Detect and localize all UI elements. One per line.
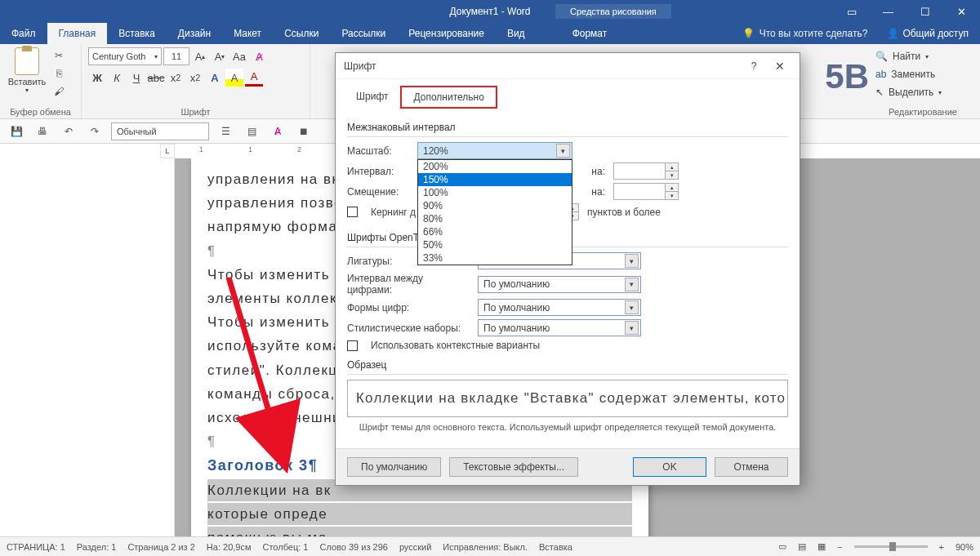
zoom-out-button[interactable]: − [837, 542, 842, 552]
dialog-tab-font[interactable]: Шрифт [344, 86, 400, 109]
scale-combo[interactable]: 120% ▾ 200% 150% 100% 90% 80% 66% 50% 33… [417, 142, 572, 159]
scale-option[interactable]: 100% [418, 186, 572, 199]
view-print-icon[interactable]: ▤ [798, 541, 806, 552]
status-insert[interactable]: Вставка [539, 542, 572, 552]
zoom-in-button[interactable]: + [939, 542, 944, 552]
tab-insert[interactable]: Вставка [107, 23, 167, 44]
contextual-tool-label: Средства рисования [555, 4, 671, 19]
tab-layout[interactable]: Макет [222, 23, 273, 44]
scale-option[interactable]: 90% [418, 199, 572, 212]
highlight-button[interactable]: A [225, 69, 243, 87]
change-case-button[interactable]: Aa [230, 47, 248, 65]
underline-button[interactable]: Ч [127, 69, 145, 87]
qat-btn-4[interactable]: ⏹ [294, 122, 314, 141]
strike-button[interactable]: abc [147, 69, 165, 87]
paste-button[interactable]: Вставить ▾ [7, 47, 47, 94]
title-bar: Документ1 - Word Средства рисования ▭ — … [0, 0, 980, 23]
dialog-tab-advanced[interactable]: Дополнительно [400, 86, 497, 109]
clear-format-button[interactable]: A̷ [250, 47, 268, 65]
dialog-help-button[interactable]: ? [744, 60, 764, 72]
scale-option[interactable]: 50% [418, 238, 572, 251]
undo-button[interactable]: ↶ [59, 122, 78, 141]
spacing-by-spinner[interactable]: ▴▾ [613, 162, 679, 180]
ruler-corner: L [160, 144, 175, 158]
window-settings-icon[interactable]: ▭ [833, 0, 870, 23]
scale-option[interactable]: 66% [418, 225, 572, 238]
style-selector[interactable]: Обычный [111, 122, 209, 140]
grow-font-button[interactable]: A▴ [191, 47, 209, 65]
tab-references[interactable]: Ссылки [273, 23, 330, 44]
tab-review[interactable]: Рецензирование [397, 23, 496, 44]
status-at[interactable]: На: 20,9см [207, 542, 252, 552]
view-web-icon[interactable]: ▦ [817, 541, 826, 552]
contextual-label: Использовать контекстные варианты [371, 340, 540, 351]
zoom-slider[interactable] [854, 545, 928, 548]
status-section[interactable]: Раздел: 1 [77, 542, 117, 552]
font-color-button[interactable]: A [245, 69, 263, 87]
share-button[interactable]: 👤 Общий доступ [875, 23, 980, 44]
number-spacing-label: Интервал между цифрами: [347, 273, 470, 296]
tab-home[interactable]: Главная [47, 23, 108, 44]
preview-section-label: Образец [347, 359, 788, 371]
tab-format[interactable]: Формат [561, 23, 619, 44]
status-bar: СТРАНИЦА: 1 Раздел: 1 Страница 2 из 2 На… [0, 536, 980, 556]
status-words[interactable]: Слово 39 из 296 [319, 542, 387, 552]
cancel-button[interactable]: Отмена [715, 457, 788, 477]
vertical-ruler[interactable] [160, 158, 175, 536]
qat-btn-1[interactable]: ☰ [216, 122, 235, 141]
save-button[interactable]: 💾 [7, 122, 26, 141]
number-forms-label: Формы цифр: [347, 302, 470, 314]
kerning-checkbox[interactable] [347, 207, 358, 217]
tell-me-search[interactable]: 💡 Что вы хотите сделать? [734, 23, 876, 44]
qat-btn-2[interactable]: ▤ [242, 122, 261, 141]
tab-view[interactable]: Вид [496, 23, 537, 44]
dialog-title: Шрифт [344, 60, 376, 72]
font-family-combo[interactable]: Century Goth▾ [88, 47, 162, 65]
scale-option[interactable]: 80% [418, 212, 572, 225]
format-painter-button[interactable]: 🖌 [51, 83, 67, 100]
scale-option[interactable]: 33% [418, 251, 572, 265]
cut-button[interactable]: ✂ [51, 47, 67, 64]
subscript-button[interactable]: x2 [167, 69, 185, 87]
tell-me-label: Что вы хотите сделать? [760, 28, 868, 39]
view-read-icon[interactable]: ▭ [778, 541, 786, 552]
position-by-spinner[interactable]: ▴▾ [613, 183, 679, 200]
text-effects-button[interactable]: A [206, 69, 224, 87]
document-title: Документ1 - Word [449, 6, 530, 17]
text-effects-button[interactable]: Текстовые эффекты... [449, 457, 578, 477]
status-language[interactable]: русский [399, 542, 431, 552]
bold-button[interactable]: Ж [88, 69, 106, 87]
tab-mailings[interactable]: Рассылки [330, 23, 397, 44]
scale-option[interactable]: 200% [418, 160, 572, 173]
shrink-font-button[interactable]: A▾ [211, 47, 229, 65]
set-default-button[interactable]: По умолчанию [347, 457, 441, 477]
scale-option[interactable]: 150% [418, 173, 572, 186]
status-column[interactable]: Столбец: 1 [263, 542, 309, 552]
zoom-level[interactable]: 90% [956, 542, 973, 552]
copy-button[interactable]: ⎘ [51, 65, 67, 82]
status-page-of[interactable]: Страница 2 из 2 [127, 542, 194, 552]
minimize-button[interactable]: — [870, 0, 906, 23]
number-forms-combo[interactable]: По умолчанию▾ [478, 299, 641, 316]
close-window-button[interactable]: ✕ [943, 0, 980, 23]
status-page[interactable]: СТРАНИЦА: 1 [7, 542, 65, 552]
font-size-combo[interactable]: 11 [163, 47, 189, 65]
superscript-button[interactable]: x2 [186, 69, 204, 87]
ribbon-tabs: Файл Главная Вставка Дизайн Макет Ссылки… [0, 23, 980, 44]
redo-button[interactable]: ↷ [85, 122, 105, 141]
stylistic-label: Стилистические наборы: [347, 322, 470, 334]
doc-line: помощью вы мо [207, 527, 632, 536]
maximize-button[interactable]: ☐ [906, 0, 943, 23]
number-spacing-combo[interactable]: По умолчанию▾ [478, 276, 641, 293]
italic-button[interactable]: К [108, 69, 126, 87]
tab-file[interactable]: Файл [0, 23, 47, 44]
contextual-checkbox[interactable] [347, 340, 358, 351]
status-track-changes[interactable]: Исправления: Выкл. [443, 542, 528, 552]
qat-btn-3[interactable]: A̷ [268, 122, 287, 141]
stylistic-combo[interactable]: По умолчанию▾ [478, 319, 641, 336]
ok-button[interactable]: OK [633, 457, 706, 477]
dialog-close-button[interactable]: ✕ [768, 60, 791, 73]
preview-box: Коллекции на вкладке "Вставка" содержат … [347, 380, 788, 417]
tab-design[interactable]: Дизайн [167, 23, 222, 44]
print-button[interactable]: 🖶 [33, 122, 52, 141]
